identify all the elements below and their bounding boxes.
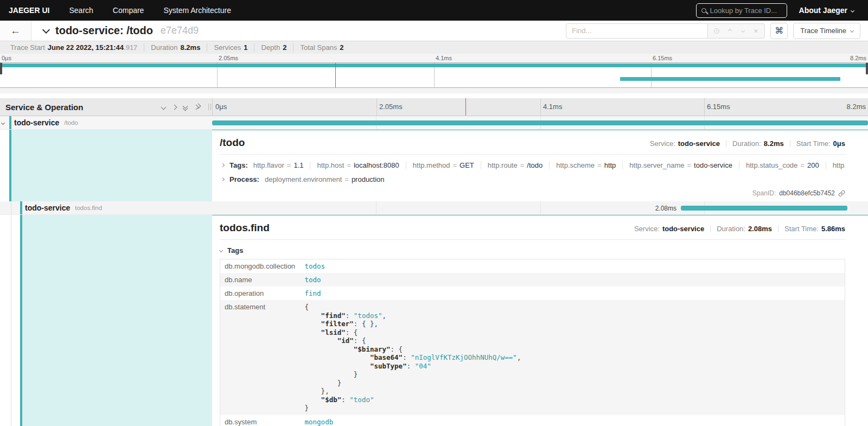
collapse-one-icon[interactable]: [162, 105, 165, 109]
trace-lookup-input[interactable]: Lookup by Trace ID...: [696, 3, 787, 18]
stat-depth: Depth2: [254, 43, 293, 52]
trace-title-wrap: todo-service: /todo e7e74d9: [31, 24, 566, 37]
stat-duration: Duration8.2ms: [144, 43, 207, 52]
copy-link-icon[interactable]: [838, 190, 845, 197]
expand-one-icon[interactable]: [173, 105, 176, 109]
tag-value: find: [301, 287, 845, 300]
nav-item-compare[interactable]: Compare: [103, 6, 154, 15]
minimap-tick: 0μs: [2, 55, 11, 61]
collapse-trace-chevron-icon[interactable]: [42, 26, 50, 33]
minimap-tick: 8.2ms: [850, 55, 866, 61]
find-input[interactable]: [566, 23, 708, 39]
tag-row-db.operation: db.operationfind: [220, 287, 845, 300]
service-operation-header: Service & Operation: [0, 98, 212, 116]
span-label-cell[interactable]: todo-service todos.find: [0, 201, 212, 214]
ruler-tick: 4.1ms: [540, 103, 562, 111]
chevron-down-icon: [851, 8, 854, 12]
detail-highlight-column: [11, 130, 212, 201]
jaeger-logo[interactable]: JAEGER UI: [0, 6, 59, 15]
tags-table: db.mongodb.collectiontodosdb.nametododb.…: [220, 259, 845, 426]
trace-view-label: Trace Timeline: [800, 27, 846, 35]
tags-section-label: Tags: [227, 246, 243, 255]
tag-row-db.statement: db.statement{ "find": "todos", "filter":…: [220, 300, 845, 415]
minimap-span-bar: [0, 63, 868, 67]
span-duration-bar[interactable]: [212, 120, 868, 125]
expand-all-icon[interactable]: [194, 105, 200, 109]
span-operation-name: todos.find: [75, 205, 102, 211]
column-resizer-handle[interactable]: [208, 104, 211, 110]
span-duration-bar[interactable]: [681, 206, 847, 211]
minimap-left-scrubber[interactable]: [0, 63, 2, 74]
span-row-todos-find[interactable]: todo-service todos.find 2.08ms: [0, 201, 868, 215]
keyboard-shortcuts-button[interactable]: ⌘: [770, 23, 788, 39]
tag-chip: http.target=/todo: [826, 161, 845, 169]
span-table-header: Service & Operation 0μs2.05ms4.1ms6.15ms…: [0, 98, 868, 116]
tag-value: mongodb: [301, 415, 845, 426]
minimap-canvas[interactable]: [0, 62, 868, 88]
trace-title: todo-service: /todo: [55, 24, 153, 37]
detail-span-meta: Service:todo-service Duration:8.2ms Star…: [650, 139, 845, 148]
tag-chip: deployment.environment=production: [265, 175, 391, 183]
tag-key: db.system: [220, 415, 301, 426]
span-service-name: todo-service: [25, 204, 70, 212]
trace-view-selector[interactable]: Trace Timeline: [793, 23, 860, 39]
minimap-span-bar: [620, 77, 840, 81]
find-next-button[interactable]: [736, 24, 749, 37]
minimap-right-scrubber[interactable]: [866, 63, 868, 74]
tag-chip: http.route=/todo: [481, 161, 549, 169]
detail-highlight-column: [22, 215, 212, 426]
span-service-name: todo-service: [14, 118, 59, 127]
span-bar-cell[interactable]: [212, 116, 868, 129]
detail-span-title: todos.find: [220, 222, 634, 234]
span-id-value: db046b8efc5b7452: [779, 189, 835, 197]
ruler-tick: 0μs: [213, 103, 227, 111]
nav-item-search[interactable]: Search: [59, 6, 103, 15]
tag-key: db.mongodb.collection: [220, 259, 301, 274]
stat-total-spans: Total Spans2: [293, 43, 350, 52]
timeline-minimap[interactable]: 0μs2.05ms4.1ms6.15ms8.2ms: [0, 54, 868, 93]
nav-item-system-architecture[interactable]: System Architecture: [154, 6, 241, 15]
process-summary-row[interactable]: Process: deployment.environment=producti…: [220, 175, 845, 183]
find-nav-group: ×: [708, 23, 765, 39]
row-gridline: [540, 201, 541, 214]
span-id-row: SpanID: db046b8efc5b7452: [220, 189, 845, 197]
top-navbar: JAEGER UI SearchCompareSystem Architectu…: [0, 0, 868, 21]
chevron-right-icon: [221, 177, 225, 181]
about-jaeger-label: About Jaeger: [799, 6, 847, 15]
span-operation-name: /todo: [64, 119, 78, 126]
stat-services: Services1: [207, 43, 254, 52]
find-prev-button[interactable]: [723, 24, 736, 37]
tags-summary-row[interactable]: Tags: http.flavor=1.1http.host=localhost…: [220, 161, 845, 169]
span-label-cell[interactable]: todo-service /todo: [0, 116, 212, 129]
process-caption: Process:: [229, 175, 259, 183]
tag-chip: http.server_name=todo-service: [622, 161, 739, 169]
tag-key: db.operation: [220, 287, 301, 300]
row-gridline: [376, 201, 376, 214]
tags-section-toggle[interactable]: Tags: [220, 246, 845, 255]
match-target-icon[interactable]: [710, 24, 723, 37]
collapse-all-icon[interactable]: [183, 104, 187, 110]
span-rows: todo-service /todo /todo Service:todo-se…: [0, 116, 868, 426]
minimap-cursor-line: [335, 63, 336, 87]
tag-row-db.mongodb.collection: db.mongodb.collectiontodos: [220, 259, 845, 274]
chevron-right-icon: [221, 163, 225, 167]
timeline-ruler[interactable]: 0μs2.05ms4.1ms6.15ms8.2ms: [212, 98, 868, 116]
chevron-down-icon: [219, 249, 223, 252]
tag-chip: http.status_code=200: [739, 161, 826, 169]
span-duration-label: 2.08ms: [655, 205, 676, 212]
expand-collapse-controls: [162, 104, 200, 110]
tag-key: db.statement: [220, 300, 301, 415]
minimap-ticks: 0μs2.05ms4.1ms6.15ms8.2ms: [0, 54, 868, 62]
service-operation-title: Service & Operation: [5, 103, 162, 112]
span-collapse-chevron-icon[interactable]: [1, 120, 5, 124]
span-row-todo[interactable]: todo-service /todo: [0, 116, 868, 130]
find-clear-button[interactable]: ×: [749, 24, 762, 37]
tags-caption: Tags:: [229, 161, 248, 169]
minimap-tick: 2.05ms: [219, 55, 238, 61]
span-bar-cell[interactable]: 2.08ms: [212, 201, 868, 214]
about-jaeger-menu[interactable]: About Jaeger: [799, 6, 854, 15]
trace-page-header: ← todo-service: /todo e7e74d9 × ⌘ Trace …: [0, 21, 868, 41]
ruler-tick: 2.05ms: [376, 103, 403, 111]
detail-indent-gutter: [0, 215, 212, 426]
back-button[interactable]: ←: [0, 21, 31, 41]
